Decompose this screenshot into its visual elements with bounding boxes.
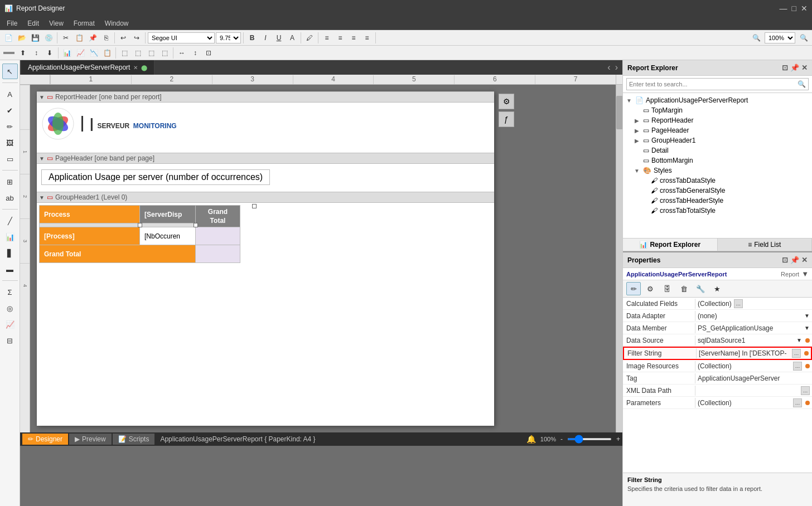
font-color-button[interactable]: A: [286, 32, 298, 44]
props-close-button[interactable]: ✕: [801, 256, 808, 264]
tree-root[interactable]: ▼ 📄 ApplicationUsagePerServerReport: [623, 95, 812, 105]
prop-xml-data-path-btn[interactable]: …: [801, 386, 810, 395]
band-settings-button[interactable]: ⚙: [499, 94, 514, 109]
props-wrench-button[interactable]: 🔧: [693, 282, 708, 295]
scripts-tab[interactable]: 📝 Scripts: [113, 434, 155, 445]
document-tab-main[interactable]: ApplicationUsagePerServerReport ✕ ⬤: [21, 60, 154, 75]
close-button[interactable]: ✕: [801, 4, 808, 13]
chart4-button[interactable]: 📋: [101, 47, 113, 59]
chart1-button[interactable]: 📊: [61, 47, 73, 59]
document-tab-close[interactable]: ✕: [133, 65, 138, 71]
vertical-scrollbar[interactable]: [616, 85, 622, 432]
canvas-wrapper[interactable]: 1 2 3 4 5 6 7 1 2: [20, 75, 622, 506]
prop-parameters-btn[interactable]: …: [793, 398, 802, 407]
zoom-select[interactable]: 100%: [765, 32, 795, 43]
middle-align-button[interactable]: ↕: [30, 47, 42, 59]
tree-top-margin[interactable]: ▭ TopMargin: [623, 105, 812, 115]
rect-tool[interactable]: ▭: [2, 151, 18, 167]
size3-button[interactable]: ⬚: [145, 47, 157, 59]
scroll-left-icon[interactable]: ‹: [607, 62, 610, 72]
richtext-tool[interactable]: ✔: [2, 103, 18, 118]
space3-button[interactable]: ⊡: [202, 47, 215, 59]
gauge-tool[interactable]: ◎: [2, 300, 18, 316]
tree-report-header[interactable]: ▶ ▭ ReportHeader: [623, 115, 812, 125]
top-align-button[interactable]: ⬆: [17, 47, 29, 59]
tree-crosstab-data-style[interactable]: 🖌 crossTabDataStyle: [623, 176, 812, 186]
sparkline-tool[interactable]: 📈: [2, 317, 18, 332]
zoom-in-button[interactable]: 🔍: [798, 32, 810, 44]
props-pin-button[interactable]: 📌: [790, 256, 799, 264]
line-tool[interactable]: ╱: [2, 213, 18, 228]
bold-button[interactable]: B: [246, 32, 258, 44]
tree-detail[interactable]: ▭ Detail: [623, 145, 812, 155]
minimize-button[interactable]: —: [780, 4, 787, 13]
font-size-select[interactable]: 9.75: [216, 32, 241, 43]
scrollbar-thumb[interactable]: [616, 96, 622, 129]
tree-group-header[interactable]: ▶ ▭ GroupHeader1: [623, 135, 812, 145]
menu-edit[interactable]: Edit: [23, 18, 44, 28]
prop-data-source-dropdown[interactable]: ▼: [796, 337, 802, 343]
resize-handle-col1[interactable]: [138, 223, 142, 227]
barh-tool[interactable]: ▬: [2, 261, 18, 277]
re-tab-fieldlist[interactable]: ≡ Field List: [718, 239, 813, 251]
align-left-button[interactable]: ≡: [321, 32, 333, 44]
zoom-plus-button[interactable]: +: [616, 435, 620, 443]
justify-button[interactable]: ≡: [361, 32, 373, 44]
tree-crosstab-general-style[interactable]: 🖌 crossTabGeneralStyle: [623, 186, 812, 196]
maximize-button[interactable]: □: [792, 4, 796, 13]
prop-calculated-fields-btn[interactable]: …: [734, 299, 743, 308]
bottom-align-button[interactable]: ⬇: [44, 47, 56, 59]
scroll-right-icon[interactable]: ›: [615, 62, 618, 72]
resize-handle-col2[interactable]: [194, 223, 198, 227]
group-header-toggle[interactable]: ▼: [39, 194, 45, 201]
chart-tool[interactable]: 📊: [2, 229, 18, 245]
props-star-button[interactable]: ★: [710, 282, 724, 295]
canvas-scroll[interactable]: ⚙ ƒ ▼ ▭ ReportHeader [one band per repor…: [30, 85, 616, 432]
table-tool[interactable]: ⊟: [2, 333, 18, 348]
align-right-button[interactable]: ≡: [347, 32, 360, 44]
text-tool[interactable]: A: [2, 86, 18, 102]
copy-button[interactable]: 📋: [73, 32, 85, 44]
highlight-button[interactable]: 🖊: [303, 32, 316, 44]
report-header-toggle[interactable]: ▼: [39, 94, 45, 100]
designer-tab[interactable]: ✏ Designer: [22, 434, 68, 445]
chart2-button[interactable]: 📈: [74, 47, 86, 59]
cut-button[interactable]: ✂: [60, 32, 72, 44]
tree-crosstab-total-style[interactable]: 🖌 crossTabTotalStyle: [623, 206, 812, 216]
re-tab-explorer[interactable]: 📊 Report Explorer: [623, 239, 718, 251]
image-tool[interactable]: 🖼: [2, 135, 18, 150]
notification-bell[interactable]: 🔔: [526, 435, 536, 444]
props-pencil-button[interactable]: ✏: [626, 282, 641, 295]
italic-button[interactable]: I: [259, 32, 272, 44]
paste-special-button[interactable]: ⎘: [100, 32, 112, 44]
grid-tool[interactable]: ⊞: [2, 174, 18, 189]
space1-button[interactable]: ↔: [176, 47, 188, 59]
size2-button[interactable]: ⬚: [132, 47, 144, 59]
bar-tool[interactable]: ▋: [2, 245, 18, 261]
size4-button[interactable]: ⬚: [158, 47, 171, 59]
prop-data-adapter-dropdown[interactable]: ▼: [804, 313, 810, 319]
underline-button[interactable]: U: [273, 32, 285, 44]
tree-styles[interactable]: ▼ 🎨 Styles: [623, 166, 812, 176]
zoom-slider[interactable]: [567, 438, 612, 440]
re-pin-button[interactable]: 📌: [790, 64, 799, 72]
menu-view[interactable]: View: [45, 18, 68, 28]
save-button[interactable]: 💾: [29, 32, 41, 44]
paste-button[interactable]: 📌: [86, 32, 99, 44]
preview-tab[interactable]: ▶ Preview: [69, 434, 112, 445]
props-db-button[interactable]: 🗄: [660, 282, 674, 295]
re-close-button[interactable]: ✕: [801, 64, 808, 72]
sum-tool[interactable]: Σ: [2, 284, 18, 300]
align-center-button[interactable]: ≡: [334, 32, 346, 44]
prop-data-member-dropdown[interactable]: ▼: [804, 325, 810, 331]
space2-button[interactable]: ↕: [189, 47, 201, 59]
tree-bottom-margin[interactable]: ▭ BottomMargin: [623, 155, 812, 166]
band-formula-button[interactable]: ƒ: [499, 111, 514, 127]
ab-tool[interactable]: ab: [2, 190, 18, 206]
tree-page-header[interactable]: ▶ ▭ PageHeader: [623, 125, 812, 135]
zoom-out-button[interactable]: 🔍: [750, 32, 762, 44]
menu-file[interactable]: File: [2, 18, 22, 28]
redo-button[interactable]: ↪: [130, 32, 143, 44]
tree-crosstab-header-style[interactable]: 🖌 crossTabHeaderStyle: [623, 196, 812, 206]
page-header-toggle[interactable]: ▼: [39, 155, 45, 162]
